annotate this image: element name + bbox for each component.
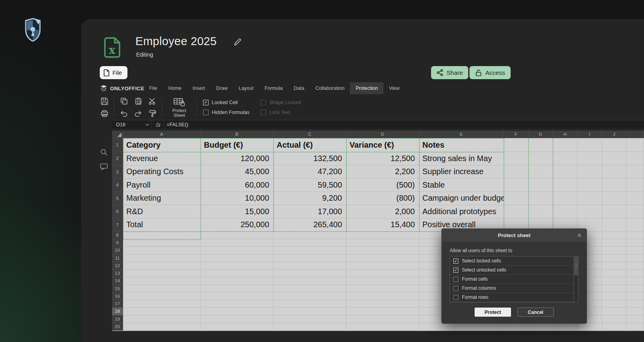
cell-F4[interactable] [504, 179, 528, 192]
redo-icon[interactable] [133, 109, 143, 118]
cell-A15[interactable] [123, 285, 201, 293]
cell-A3[interactable]: Operating Costs [123, 165, 201, 179]
cell-K16[interactable] [627, 293, 644, 300]
tab-draw[interactable]: Draw [211, 82, 233, 94]
column-header-C[interactable]: C [274, 131, 346, 138]
tab-formula[interactable]: Formula [259, 82, 288, 94]
cell-E4[interactable]: Stable [419, 179, 504, 192]
cell-D11[interactable] [346, 255, 419, 262]
cell-D8[interactable] [346, 232, 419, 239]
cell-I6[interactable] [578, 205, 602, 218]
cell-K14[interactable] [627, 277, 644, 285]
cell-D18[interactable] [346, 308, 419, 315]
cell-D20[interactable] [346, 323, 419, 331]
cell-C12[interactable] [274, 262, 346, 270]
unchecked-checkbox-icon[interactable] [453, 295, 458, 300]
row-header-19[interactable]: 19 [112, 315, 123, 323]
cell-K18[interactable] [627, 308, 644, 315]
cell-K17[interactable] [627, 300, 644, 308]
cell-K10[interactable] [627, 247, 644, 254]
tab-protection[interactable]: Protection [350, 82, 383, 94]
cell-C14[interactable] [274, 277, 346, 285]
cell-B5[interactable]: 10,000 [201, 192, 274, 205]
save-icon[interactable] [100, 97, 109, 106]
pencil-icon[interactable] [232, 37, 243, 48]
cell-B7[interactable]: 250,000 [201, 218, 274, 232]
cell-D15[interactable] [346, 285, 419, 293]
column-header-F[interactable]: F [504, 131, 528, 138]
cell-A2[interactable]: Revenue [123, 152, 201, 165]
cell-K20[interactable] [627, 323, 644, 331]
cell-C4[interactable]: 59,500 [274, 179, 346, 192]
cell-J12[interactable] [602, 262, 627, 270]
dialog-option-select-unlocked-cells[interactable]: ✓Select unlocked cells [450, 266, 578, 275]
cell-K4[interactable] [627, 179, 644, 192]
cell-E20[interactable] [419, 323, 504, 331]
tab-home[interactable]: Home [163, 82, 187, 94]
cell-E6[interactable]: Additional prototypes [419, 205, 504, 218]
cell-J14[interactable] [602, 277, 627, 285]
cell-K7[interactable] [627, 218, 644, 232]
cell-B9[interactable] [201, 239, 274, 247]
checked-checkbox-icon[interactable]: ✓ [203, 100, 209, 105]
column-header-H[interactable]: H [553, 131, 578, 138]
tab-data[interactable]: Data [288, 82, 310, 94]
cell-C20[interactable] [274, 323, 346, 331]
cell-H1[interactable] [553, 138, 578, 152]
toolbar-option-hidden-formulas[interactable]: Hidden Formulas [203, 110, 249, 115]
protect-sheet-button[interactable]: ProtectSheet [167, 97, 192, 118]
column-header-G[interactable]: G [528, 131, 553, 138]
cell-K5[interactable] [627, 192, 644, 205]
cell-D3[interactable]: 2,200 [346, 165, 419, 179]
cell-J6[interactable] [602, 205, 627, 218]
cell-B1[interactable]: Budget (€) [201, 138, 274, 152]
row-header-11[interactable]: 11 [112, 255, 123, 262]
tab-view[interactable]: View [384, 82, 405, 94]
cell-C16[interactable] [274, 293, 346, 300]
cell-C6[interactable]: 17,000 [274, 205, 346, 218]
print-icon[interactable] [100, 109, 109, 118]
cell-K9[interactable] [627, 239, 644, 247]
cell-I2[interactable] [578, 152, 602, 165]
cell-A1[interactable]: Category [123, 138, 201, 152]
cell-A4[interactable]: Payroll [123, 179, 201, 192]
scrollbar-thumb[interactable] [574, 257, 578, 275]
cell-J10[interactable] [602, 247, 627, 254]
cell-J19[interactable] [602, 315, 627, 323]
cell-G6[interactable] [528, 205, 553, 218]
row-header-12[interactable]: 12 [112, 262, 123, 270]
cell-J8[interactable] [602, 232, 627, 239]
cell-J20[interactable] [602, 323, 627, 331]
cell-E2[interactable]: Strong sales in May [419, 152, 504, 165]
cell-B18[interactable] [201, 308, 274, 315]
row-header-16[interactable]: 16 [112, 293, 123, 300]
cell-A20[interactable] [123, 323, 201, 331]
row-header-14[interactable]: 14 [112, 277, 123, 285]
cell-K13[interactable] [627, 270, 644, 277]
share-button[interactable]: Share [431, 66, 468, 79]
cell-J11[interactable] [602, 255, 627, 262]
cell-F3[interactable] [504, 165, 528, 179]
cell-I5[interactable] [578, 192, 602, 205]
cell-H6[interactable] [553, 205, 578, 218]
row-header-4[interactable]: 4 [112, 179, 123, 192]
row-header-9[interactable]: 9 [112, 239, 123, 247]
cell-K19[interactable] [627, 315, 644, 323]
dialog-option-format-columns[interactable]: Format columns [450, 284, 578, 293]
row-header-17[interactable]: 17 [112, 300, 123, 308]
cell-K15[interactable] [627, 285, 644, 293]
cell-F1[interactable] [504, 138, 528, 152]
cell-A10[interactable] [123, 247, 201, 254]
cell-E5[interactable]: Campaign under budget [419, 192, 504, 205]
cell-C15[interactable] [274, 285, 346, 293]
cell-K8[interactable] [627, 232, 644, 239]
cell-K6[interactable] [627, 205, 644, 218]
paste-icon[interactable] [133, 97, 143, 106]
column-header-I[interactable]: I [578, 131, 602, 138]
cell-A19[interactable] [123, 315, 201, 323]
cell-B13[interactable] [201, 270, 274, 277]
cell-K3[interactable] [627, 165, 644, 179]
column-header-B[interactable]: B [201, 131, 274, 138]
column-header-D[interactable]: D [346, 131, 419, 138]
cut-icon[interactable] [148, 97, 157, 106]
